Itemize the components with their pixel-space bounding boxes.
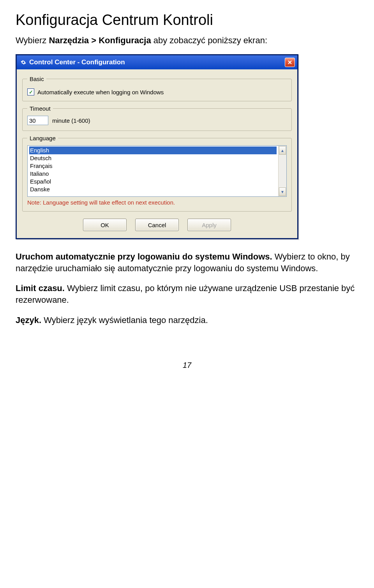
dialog-body: Basic ✓ Automatically execute when loggi…: [17, 69, 297, 238]
language-item[interactable]: Français: [29, 162, 277, 170]
paragraph-auto: Uruchom automatycznie przy logowaniu do …: [16, 251, 358, 274]
paragraph-language: Język. Wybierz język wyświetlania tego n…: [16, 314, 358, 326]
ok-button[interactable]: OK: [83, 219, 127, 231]
auto-execute-label: Automatically execute when logging on Wi…: [37, 89, 164, 95]
language-items: English Deutsch Français Italiano Españo…: [28, 146, 278, 196]
config-dialog: Control Center - Configuration Basic ✓ A…: [16, 54, 298, 239]
cancel-button[interactable]: Cancel: [135, 219, 179, 231]
intro-prefix: Wybierz: [16, 35, 49, 45]
dialog-titlebar[interactable]: Control Center - Configuration: [17, 55, 297, 69]
auto-execute-checkbox[interactable]: ✓: [27, 88, 34, 95]
language-item[interactable]: Italiano: [29, 170, 277, 178]
close-icon: [288, 60, 292, 65]
scrollbar[interactable]: ▲ ▼: [278, 146, 286, 196]
paragraph-timeout: Limit czasu. Wybierz limit czasu, po któ…: [16, 283, 358, 305]
chevron-up-icon: ▲: [280, 148, 284, 153]
p2-bold: Limit czasu.: [16, 283, 65, 293]
intro-text: Wybierz Narzędzia > Konfiguracja aby zob…: [16, 35, 358, 46]
dialog-buttons: OK Cancel Apply: [22, 219, 292, 231]
p3-rest: Wybierz język wyświetlania tego narzędzi…: [41, 315, 208, 325]
page-number: 17: [16, 361, 358, 370]
basic-group: Basic ✓ Automatically execute when loggi…: [22, 76, 292, 101]
timeout-group: Timeout minute (1-600): [22, 105, 292, 131]
scroll-up-button[interactable]: ▲: [279, 146, 286, 155]
timeout-unit-label: minute (1-600): [52, 117, 90, 124]
timeout-input[interactable]: [27, 116, 48, 125]
basic-legend: Basic: [27, 76, 46, 82]
scroll-down-button[interactable]: ▼: [279, 187, 286, 196]
chevron-down-icon: ▼: [280, 190, 284, 194]
language-item[interactable]: Español: [29, 178, 277, 185]
language-listbox[interactable]: English Deutsch Français Italiano Españo…: [27, 145, 287, 197]
gear-icon: [20, 59, 27, 66]
close-button[interactable]: [285, 58, 295, 67]
language-legend: Language: [27, 135, 58, 141]
p1-bold: Uruchom automatycznie przy logowaniu do …: [16, 252, 272, 261]
language-item[interactable]: English: [29, 147, 277, 154]
intro-suffix: aby zobaczyć poniższy ekran:: [151, 35, 267, 45]
intro-bold: Narzędzia > Konfiguracja: [49, 35, 151, 45]
p2-rest: Wybierz limit czasu, po którym nie używa…: [16, 283, 355, 305]
language-group: Language English Deutsch Français Italia…: [22, 135, 292, 212]
language-item[interactable]: Danske: [29, 185, 277, 193]
language-item[interactable]: Deutsch: [29, 154, 277, 162]
page-heading: Konfiguracja Centrum Kontroli: [16, 12, 358, 28]
body-text: Uruchom automatycznie przy logowaniu do …: [16, 251, 358, 326]
dialog-title: Control Center - Configuration: [29, 58, 285, 66]
timeout-legend: Timeout: [27, 105, 53, 112]
language-note: Note: Language setting will take effect …: [27, 199, 287, 206]
apply-button[interactable]: Apply: [187, 219, 231, 231]
p3-bold: Język.: [16, 315, 41, 325]
